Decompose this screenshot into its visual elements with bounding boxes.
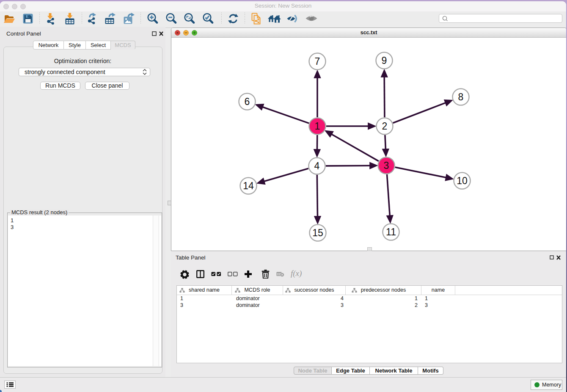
- svg-text:2: 2: [382, 121, 388, 132]
- svg-text:7: 7: [315, 56, 320, 67]
- svg-text:6: 6: [245, 96, 250, 107]
- svg-text:8: 8: [458, 91, 464, 102]
- svg-text:10: 10: [457, 175, 468, 186]
- svg-text:15: 15: [312, 227, 323, 238]
- svg-text:14: 14: [243, 180, 254, 191]
- svg-text:1: 1: [315, 121, 320, 132]
- svg-text:11: 11: [386, 226, 396, 237]
- svg-text:3: 3: [384, 160, 389, 171]
- svg-text:9: 9: [382, 55, 387, 66]
- svg-text:4: 4: [314, 160, 320, 171]
